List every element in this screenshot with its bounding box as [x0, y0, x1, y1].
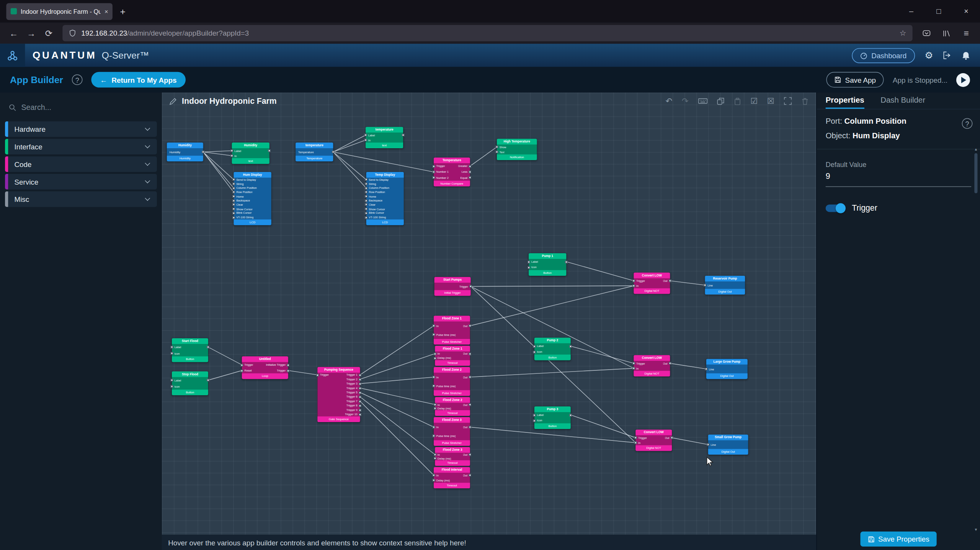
- input-port[interactable]: [232, 216, 235, 219]
- menu-icon[interactable]: ≡: [957, 28, 975, 38]
- output-port[interactable]: [359, 409, 361, 411]
- node-fz2-to[interactable]: Flood Zone 2InOutDelay (ms)Timeout: [435, 397, 470, 416]
- input-port[interactable]: [434, 457, 436, 460]
- node-fz3-to[interactable]: Flood Zone 3InOutDelay (ms)Timeout: [435, 447, 470, 466]
- input-port[interactable]: [433, 324, 435, 327]
- output-port[interactable]: [469, 426, 471, 429]
- panel-scrollbar[interactable]: ▲ ▼: [972, 147, 979, 531]
- input-port[interactable]: [632, 367, 635, 370]
- output-port[interactable]: [287, 369, 289, 372]
- input-port[interactable]: [364, 134, 367, 136]
- input-port[interactable]: [632, 280, 635, 282]
- input-port[interactable]: [232, 199, 235, 202]
- node-start-flood[interactable]: Start FloodLabelIconButton: [172, 338, 208, 362]
- node-pump3[interactable]: Pump 3LabelIconButton: [534, 406, 571, 429]
- output-port[interactable]: [469, 376, 471, 378]
- input-port[interactable]: [434, 403, 436, 406]
- input-port[interactable]: [365, 178, 368, 181]
- settings-gear-icon[interactable]: ⚙: [925, 50, 933, 61]
- input-port[interactable]: [365, 183, 368, 185]
- output-port[interactable]: [669, 280, 671, 282]
- paste-icon[interactable]: [733, 97, 741, 105]
- input-port[interactable]: [171, 346, 173, 349]
- deselect-icon[interactable]: ☒: [767, 97, 774, 105]
- node-pump2[interactable]: Pump 2LabelIconButton: [534, 338, 571, 360]
- input-port[interactable]: [171, 379, 173, 381]
- node-pump1[interactable]: Pump 1LabelIconButton: [529, 253, 566, 276]
- input-port[interactable]: [232, 183, 235, 185]
- input-port[interactable]: [241, 363, 243, 366]
- input-port[interactable]: [634, 437, 637, 439]
- save-properties-button[interactable]: Save Properties: [860, 532, 937, 547]
- tab-properties[interactable]: Properties: [826, 92, 864, 109]
- node-fz1-ps[interactable]: Flood Zone 1InOutPulse time (ms)Pulse St…: [434, 316, 470, 344]
- output-port[interactable]: [469, 453, 471, 456]
- output-port[interactable]: [565, 260, 568, 263]
- input-port[interactable]: [365, 212, 368, 214]
- input-port[interactable]: [434, 407, 436, 410]
- scroll-up-icon[interactable]: ▲: [974, 147, 978, 151]
- input-port[interactable]: [433, 479, 435, 482]
- keyboard-icon[interactable]: [698, 97, 707, 105]
- close-button[interactable]: ×: [952, 0, 980, 23]
- input-port[interactable]: [496, 146, 498, 148]
- node-large-pump[interactable]: Large Grow PumpLineDigital Out: [706, 359, 748, 379]
- output-port[interactable]: [569, 345, 572, 347]
- output-port[interactable]: [469, 324, 471, 327]
- input-port[interactable]: [433, 385, 435, 387]
- output-port[interactable]: [469, 165, 471, 167]
- shield-icon[interactable]: [69, 29, 77, 37]
- output-port[interactable]: [359, 413, 361, 416]
- output-port[interactable]: [359, 387, 361, 390]
- sidebar-item-code[interactable]: Code: [5, 156, 157, 172]
- node-hum-text[interactable]: HumidityLabelIntext: [232, 142, 270, 164]
- input-port[interactable]: [230, 154, 233, 157]
- node-hum-sensor[interactable]: HumidityHumidityHumidity: [167, 142, 203, 161]
- input-port[interactable]: [632, 285, 635, 287]
- back-icon[interactable]: ←: [5, 28, 23, 38]
- output-port[interactable]: [469, 352, 471, 355]
- input-port[interactable]: [533, 350, 536, 353]
- input-port[interactable]: [232, 195, 235, 198]
- output-port[interactable]: [469, 171, 471, 174]
- output-port[interactable]: [669, 362, 671, 365]
- input-port[interactable]: [241, 369, 243, 372]
- output-port[interactable]: [359, 396, 361, 398]
- input-port[interactable]: [433, 435, 435, 437]
- output-port[interactable]: [469, 177, 471, 179]
- output-port[interactable]: [671, 437, 673, 439]
- input-port[interactable]: [533, 345, 536, 347]
- redo-icon[interactable]: ↷: [682, 97, 689, 105]
- bookmark-star-icon[interactable]: ☆: [900, 29, 906, 38]
- input-port[interactable]: [365, 216, 368, 219]
- output-port[interactable]: [359, 382, 361, 385]
- property-help-icon[interactable]: ?: [962, 118, 973, 129]
- url-bar[interactable]: 192.168.20.23/admin/developer/appBuilder…: [62, 25, 912, 41]
- sign-out-icon[interactable]: [943, 51, 952, 59]
- notifications-bell-icon[interactable]: [962, 51, 970, 60]
- output-port[interactable]: [569, 414, 572, 416]
- minimize-button[interactable]: –: [897, 0, 925, 23]
- copy-icon[interactable]: [717, 97, 724, 105]
- input-port[interactable]: [365, 191, 368, 194]
- select-all-icon[interactable]: ☑: [750, 97, 758, 105]
- delete-icon[interactable]: [801, 97, 809, 105]
- input-port[interactable]: [533, 419, 536, 422]
- scroll-down-icon[interactable]: ▼: [974, 528, 978, 532]
- node-convert-low-3[interactable]: Convert LOWTriggerOutInDigital NOT: [635, 430, 672, 451]
- tab-close-icon[interactable]: ×: [105, 8, 108, 15]
- node-reservoir-pump[interactable]: Reservoir PumpLineDigital Out: [705, 276, 745, 295]
- input-port[interactable]: [533, 414, 536, 416]
- save-app-button[interactable]: Save App: [826, 72, 884, 88]
- node-num-compare[interactable]: TemperatureTriggerGreaterNumber 1LessNum…: [434, 157, 470, 186]
- pocket-icon[interactable]: [918, 29, 935, 37]
- search-input[interactable]: [21, 103, 134, 112]
- output-port[interactable]: [469, 285, 472, 288]
- edit-pencil-icon[interactable]: [169, 97, 177, 105]
- input-port[interactable]: [232, 187, 235, 190]
- node-fz2-ps[interactable]: Flood Zone 2InOutPulse time (ms)Pulse St…: [434, 367, 470, 396]
- input-port[interactable]: [434, 352, 436, 355]
- node-fz3-ps[interactable]: Flood Zone 3InOutPulse time (ms)Pulse St…: [434, 417, 470, 446]
- input-port[interactable]: [433, 376, 435, 378]
- trigger-toggle[interactable]: [826, 204, 844, 212]
